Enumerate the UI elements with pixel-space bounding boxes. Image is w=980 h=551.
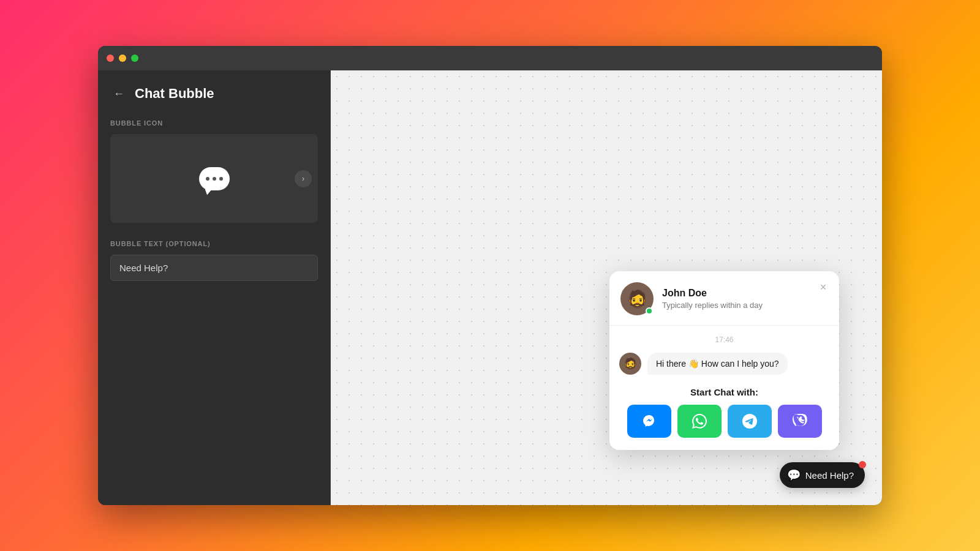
minimize-dot[interactable] bbox=[119, 54, 126, 62]
telegram-button[interactable] bbox=[728, 405, 772, 438]
bubble-icon-label: BUBBLE ICON bbox=[110, 119, 318, 127]
message-bubble: Hi there 👋 How can I help you? bbox=[647, 353, 788, 375]
app-window: ← Chat Bubble BUBBLE ICON › BUBB bbox=[98, 46, 882, 505]
titlebar bbox=[98, 46, 882, 70]
bubble-text-section: BUBBLE TEXT (OPTIONAL) bbox=[110, 240, 318, 281]
sidebar: ← Chat Bubble BUBBLE ICON › BUBB bbox=[98, 70, 331, 505]
sidebar-title: Chat Bubble bbox=[135, 86, 214, 102]
widget-notification-dot bbox=[859, 461, 866, 468]
chat-user-status: Typically replies within a day bbox=[662, 301, 763, 310]
close-button[interactable]: × bbox=[816, 280, 831, 294]
whatsapp-button[interactable] bbox=[677, 405, 722, 438]
bubble-dot-1 bbox=[206, 177, 209, 181]
sidebar-header: ← Chat Bubble bbox=[110, 85, 318, 102]
bubble-text-label: BUBBLE TEXT (OPTIONAL) bbox=[110, 240, 318, 247]
bubble-dots-icon bbox=[199, 167, 230, 190]
chat-buttons bbox=[625, 405, 823, 438]
close-dot[interactable] bbox=[107, 54, 114, 62]
chat-header: 🧔 John Doe Typically replies within a da… bbox=[609, 271, 839, 326]
bubble-icon-preview: › bbox=[110, 134, 318, 223]
preview-area: 🧔 John Doe Typically replies within a da… bbox=[331, 70, 882, 505]
bubble-icon-section: BUBBLE ICON › bbox=[110, 119, 318, 223]
start-chat-section: Start Chat with: bbox=[619, 387, 829, 438]
back-button[interactable]: ← bbox=[110, 85, 127, 102]
chat-body: 17:46 🧔 Hi there 👋 How can I help you? S… bbox=[609, 326, 839, 450]
chat-time: 17:46 bbox=[619, 335, 829, 344]
viber-icon bbox=[793, 414, 807, 429]
online-status-dot bbox=[646, 307, 653, 315]
avatar-wrap: 🧔 bbox=[620, 282, 654, 315]
widget-chat-icon: 💬 bbox=[787, 468, 801, 482]
chat-popup: 🧔 John Doe Typically replies within a da… bbox=[609, 271, 839, 450]
chevron-right-button[interactable]: › bbox=[295, 170, 312, 187]
message-avatar: 🧔 bbox=[619, 353, 641, 375]
messenger-button[interactable] bbox=[627, 405, 671, 438]
widget-text: Need Help? bbox=[805, 470, 854, 481]
bubble-dot-3 bbox=[219, 177, 223, 181]
chat-widget[interactable]: 💬 Need Help? bbox=[780, 462, 865, 488]
chat-message-row: 🧔 Hi there 👋 How can I help you? bbox=[619, 353, 829, 375]
bubble-text-input[interactable] bbox=[110, 255, 318, 281]
start-chat-label: Start Chat with: bbox=[625, 387, 823, 397]
whatsapp-icon bbox=[692, 414, 707, 429]
viber-button[interactable] bbox=[778, 405, 822, 438]
messenger-icon bbox=[642, 414, 657, 429]
chat-user-info: John Doe Typically replies within a day bbox=[662, 288, 763, 310]
maximize-dot[interactable] bbox=[131, 54, 138, 62]
content-area: ← Chat Bubble BUBBLE ICON › BUBB bbox=[98, 70, 882, 505]
bubble-dot-2 bbox=[213, 177, 216, 181]
telegram-icon bbox=[742, 414, 757, 429]
chat-user-name: John Doe bbox=[662, 288, 763, 299]
